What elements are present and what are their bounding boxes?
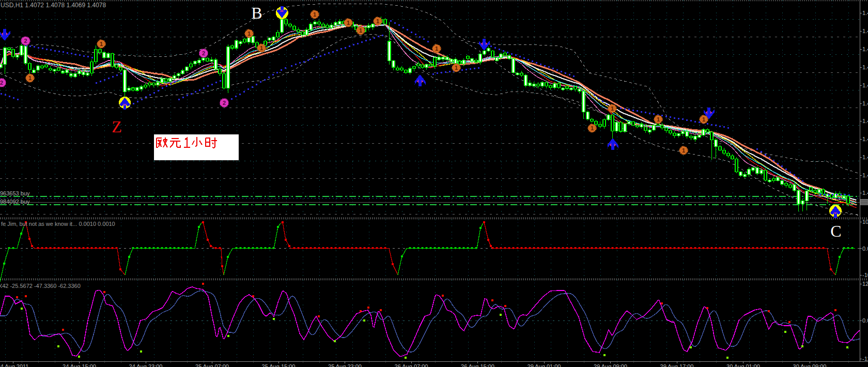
svg-text:2: 2 [202,50,205,56]
svg-text:1.40: 1.40 [862,46,868,52]
svg-text:1: 1 [313,11,316,18]
svg-text:0.00: 0.00 [862,317,868,324]
svg-text:1.40: 1.40 [862,100,868,106]
svg-text:24 Aug 2011: 24 Aug 2011 [0,363,28,367]
svg-text:1: 1 [682,147,685,154]
svg-text:26 Aug 07:00: 26 Aug 07:00 [395,363,428,367]
svg-text:1.40: 1.40 [862,154,868,160]
svg-text:1.40: 1.40 [862,118,868,124]
svg-text:963653 buy: 963653 buy [0,190,30,196]
svg-text:Z: Z [112,117,122,136]
svg-text:Ж42 -25.5672 -47.3360 -62.3360: Ж42 -25.5672 -47.3360 -62.3360 [0,283,81,289]
svg-text:1: 1 [702,116,705,123]
svg-text:1: 1 [347,20,350,26]
svg-text:26 Aug 15:00: 26 Aug 15:00 [461,363,494,367]
svg-text:1: 1 [455,65,458,71]
svg-text:-120: -120 [862,356,868,362]
svg-text:25 Aug 07:00: 25 Aug 07:00 [195,363,229,367]
svg-text:1: 1 [260,45,263,51]
svg-text:100: 100 [862,219,868,225]
svg-text:1: 1 [657,116,660,123]
svg-text:25 Aug 23:00: 25 Aug 23:00 [328,363,362,367]
svg-text:1: 1 [611,105,614,112]
svg-text:1.40: 1.40 [862,82,868,88]
svg-text:1: 1 [376,18,379,24]
svg-text:fe Jim, but not as we know it.: fe Jim, but not as we know it... 0.0010 … [1,221,115,227]
svg-text:29 Aug 01:00: 29 Aug 01:00 [528,363,561,367]
svg-text:120: 120 [862,281,868,287]
svg-text:1: 1 [591,125,594,131]
svg-text:1: 1 [359,27,362,34]
svg-text:1.40: 1.40 [862,136,868,142]
svg-text:2: 2 [24,38,27,44]
svg-text:B: B [251,4,262,22]
svg-text:30 Aug 01:00: 30 Aug 01:00 [726,363,760,367]
svg-text:-100: -100 [862,272,868,278]
svg-text:984092 buy: 984092 buy [0,198,30,205]
svg-text:C: C [830,222,841,240]
svg-text:24 Aug 15:00: 24 Aug 15:00 [63,363,96,367]
svg-text:1: 1 [28,75,32,81]
svg-text:1.40: 1.40 [862,28,868,34]
svg-text:2: 2 [223,100,226,106]
svg-text:USD,H1 1.4072 1.4078 1.4069 1: USD,H1 1.4072 1.4078 1.4069 1.4078 [1,2,106,9]
svg-text:25 Aug 15:00: 25 Aug 15:00 [262,363,296,367]
svg-text:29 Aug 17:00: 29 Aug 17:00 [660,363,694,367]
svg-text:0.00: 0.00 [862,246,868,252]
svg-text:2: 2 [0,80,3,86]
svg-text:1.40: 1.40 [862,64,868,70]
svg-text:30 Aug 09:00: 30 Aug 09:00 [793,363,827,367]
svg-text:1: 1 [100,41,103,47]
svg-text:1: 1 [247,30,251,37]
svg-text:24 Aug 23:00: 24 Aug 23:00 [129,363,163,367]
svg-text:1.40: 1.40 [862,172,868,178]
svg-text:1: 1 [435,45,438,52]
svg-text:1.40: 1.40 [862,190,868,196]
svg-text:1.40: 1.40 [862,10,868,16]
svg-text:29 Aug 09:00: 29 Aug 09:00 [594,363,627,367]
